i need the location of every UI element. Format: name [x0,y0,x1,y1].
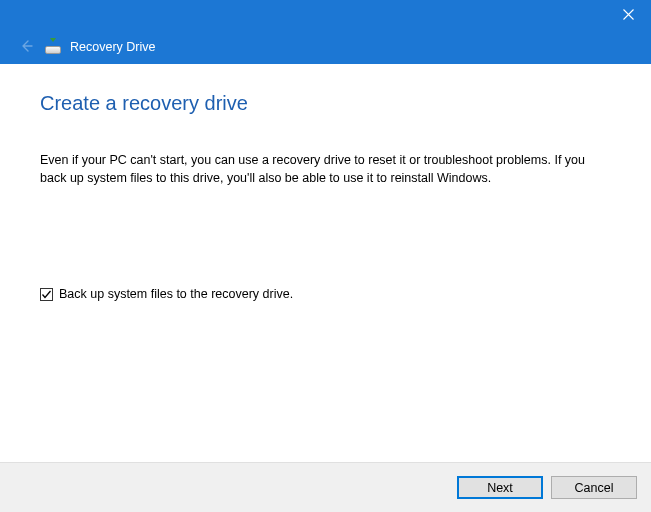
titlebar [0,0,651,30]
next-button[interactable]: Next [457,476,543,499]
page-description: Even if your PC can't start, you can use… [40,151,611,187]
close-button[interactable] [606,0,651,30]
wizard-content: Create a recovery drive Even if your PC … [0,64,651,462]
wizard-footer: Next Cancel [0,462,651,512]
header-title: Recovery Drive [70,40,155,54]
checkbox-box [40,288,53,301]
checkbox-label: Back up system files to the recovery dri… [59,287,293,301]
back-arrow-icon [19,39,33,56]
page-title: Create a recovery drive [40,92,611,115]
close-icon [623,6,634,24]
wizard-header: Recovery Drive [0,30,651,64]
back-button [16,37,36,57]
backup-system-files-checkbox[interactable]: Back up system files to the recovery dri… [40,287,611,301]
checkmark-icon [41,289,52,300]
cancel-button[interactable]: Cancel [551,476,637,499]
recovery-drive-icon [45,40,63,54]
